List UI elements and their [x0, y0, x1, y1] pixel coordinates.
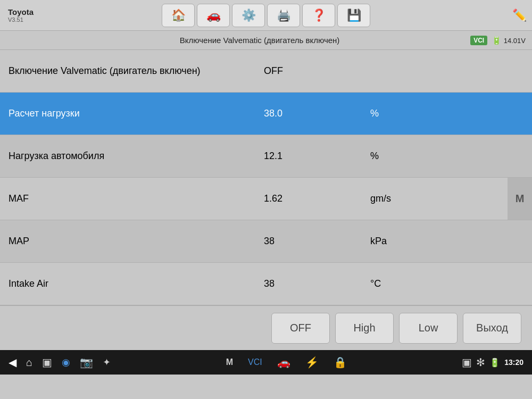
row-value: OFF	[264, 65, 370, 77]
row-unit: %	[370, 108, 523, 119]
page-title: Включение Valvematic (двигатель включен)	[49, 36, 470, 45]
title-right: VCI 🔋 14.01V	[470, 36, 526, 45]
row-unit: gm/s	[370, 193, 523, 204]
row-label: Нагрузка автомобиля	[9, 151, 264, 162]
row-label: MAP	[9, 236, 264, 247]
lightning-icon[interactable]: ⚡	[305, 356, 319, 369]
recents-icon[interactable]: ▣	[42, 356, 52, 369]
help-button[interactable]: ❓	[302, 4, 335, 27]
lock-icon[interactable]: 🔒	[334, 356, 347, 369]
home-android-icon[interactable]: ⌂	[26, 356, 32, 369]
toolbar-buttons: 🏠 🚗 ⚙️ 🖨️ ❓ 💾	[48, 4, 484, 27]
data-table-container: Включение Valvematic (двигатель включен)…	[0, 50, 532, 305]
settings-button[interactable]: ⚙️	[232, 4, 265, 27]
battery-info: 🔋 14.01V	[492, 36, 526, 45]
android-nav-center: M VCI 🚗 ⚡ 🔒	[226, 356, 347, 369]
bluetooth-icon: ✻	[476, 356, 485, 369]
row-value: 12.1	[264, 151, 370, 162]
app-name: Toyota	[8, 7, 48, 16]
pencil-icon[interactable]: ✏️	[512, 9, 527, 22]
m-center-icon[interactable]: M	[226, 358, 233, 367]
system-time: 13:20	[504, 358, 523, 367]
print-button[interactable]: 🖨️	[267, 4, 300, 27]
battery-android-icon: 🔋	[489, 358, 500, 368]
row-value: 1.62	[264, 193, 370, 204]
row-value: 38.0	[264, 108, 370, 119]
chrome-icon[interactable]: ◉	[62, 356, 70, 368]
high-button[interactable]: High	[335, 313, 394, 344]
table-row: Нагрузка автомобиля 12.1 %	[0, 135, 532, 178]
row-value: 38	[264, 278, 370, 289]
row-unit: °C	[370, 278, 523, 289]
android-system-bar: ◀ ⌂ ▣ ◉ 📷 ✦ M VCI 🚗 ⚡ 🔒 ▣ ✻ 🔋 13:20	[0, 350, 532, 375]
save-button[interactable]: 💾	[337, 4, 370, 27]
toolbar-right: ✏️	[484, 9, 527, 22]
row-unit: kPa	[370, 236, 523, 247]
home-button[interactable]: 🏠	[162, 4, 195, 27]
title-bar: Включение Valvematic (двигатель включен)…	[0, 31, 532, 50]
android-nav-left: ◀ ⌂ ▣ ◉ 📷 ✦	[9, 356, 111, 369]
android-status-right: ▣ ✻ 🔋 13:20	[462, 356, 523, 369]
table-row: Включение Valvematic (двигатель включен)…	[0, 50, 532, 93]
off-button[interactable]: OFF	[271, 313, 330, 344]
car-button[interactable]: 🚗	[197, 4, 230, 27]
row-label: Intake Air	[9, 278, 264, 289]
row-label: Включение Valvematic (двигатель включен)	[9, 65, 264, 77]
row-unit: %	[370, 151, 523, 162]
brightness-icon[interactable]: ✦	[103, 356, 111, 368]
vci-badge: VCI	[470, 36, 487, 45]
car-center-icon[interactable]: 🚗	[277, 356, 290, 369]
app-version: V3.51	[8, 16, 48, 23]
low-button[interactable]: Low	[399, 313, 458, 344]
row-value: 38	[264, 236, 370, 247]
table-row: Расчет нагрузки 38.0 %	[0, 93, 532, 135]
toolbar: Toyota V3.51 🏠 🚗 ⚙️ 🖨️ ❓ 💾 ✏️	[0, 0, 532, 31]
app-info: Toyota V3.51	[5, 7, 48, 23]
exit-button[interactable]: Выход	[463, 313, 521, 344]
row-label: Расчет нагрузки	[9, 108, 264, 119]
vci-center-icon[interactable]: VCI	[248, 358, 262, 367]
battery-icon: 🔋	[492, 36, 502, 45]
bottom-action-bar: OFF High Low Выход	[0, 305, 532, 350]
table-row: Intake Air 38 °C	[0, 263, 532, 305]
screen-icon: ▣	[462, 356, 472, 369]
row-label: MAF	[9, 193, 264, 204]
battery-voltage: 14.01V	[504, 37, 526, 45]
camera-icon[interactable]: 📷	[80, 356, 93, 369]
table-row: MAF 1.62 gm/s M	[0, 178, 532, 220]
table-row: MAP 38 kPa	[0, 220, 532, 263]
back-icon[interactable]: ◀	[9, 356, 16, 369]
m-badge-icon[interactable]: M	[508, 178, 532, 220]
